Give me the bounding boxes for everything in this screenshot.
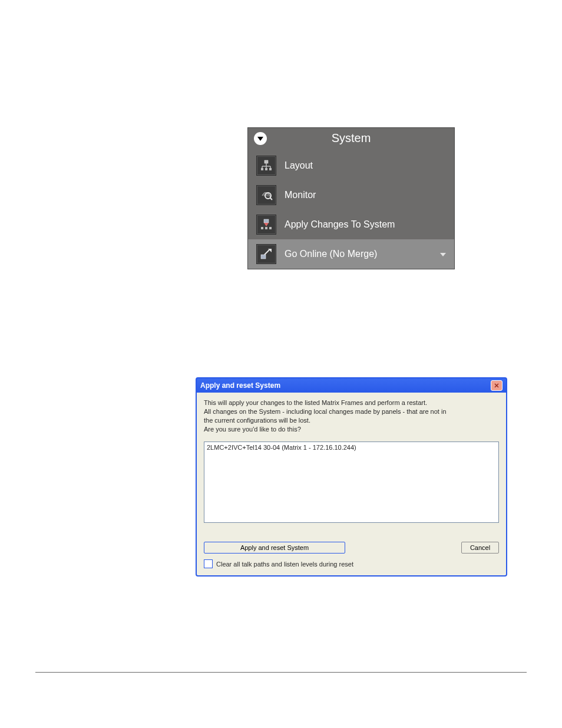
menu-item-label: Layout [285, 160, 313, 171]
dialog-message-line: Are you sure you'd like to do this? [204, 425, 499, 434]
menu-item-layout[interactable]: Layout [248, 151, 454, 180]
svg-rect-17 [261, 255, 266, 259]
apply-reset-dialog: Apply and reset System This will apply y… [196, 377, 507, 577]
list-item[interactable]: 2LMC+2IVC+Tel14 30-04 (Matrix 1 - 172.16… [207, 444, 496, 451]
svg-marker-13 [264, 223, 269, 226]
svg-rect-14 [261, 227, 263, 229]
svg-rect-12 [264, 219, 269, 223]
monitor-icon [256, 185, 276, 205]
dialog-button-row: Apply and reset System Cancel [204, 542, 499, 554]
checkbox-label: Clear all talk paths and listen levels d… [216, 561, 353, 568]
dialog-message-line: the current configurations will be lost. [204, 416, 499, 425]
apply-icon [256, 215, 276, 235]
svg-rect-9 [269, 168, 272, 170]
system-menu-header: System [248, 128, 454, 151]
close-button[interactable] [491, 380, 503, 391]
svg-line-11 [270, 197, 272, 200]
footer-divider [35, 672, 527, 673]
menu-item-label: Monitor [285, 190, 316, 200]
svg-rect-8 [265, 168, 267, 170]
go-online-icon [256, 244, 276, 264]
dialog-message-line: This will apply your changes to the list… [204, 398, 499, 407]
dialog-message-line: All changes on the System - including lo… [204, 407, 499, 416]
matrix-frames-listbox[interactable]: 2LMC+2IVC+Tel14 30-04 (Matrix 1 - 172.16… [204, 442, 499, 523]
menu-item-label: Apply Changes To System [285, 219, 395, 230]
dialog-message: This will apply your changes to the list… [204, 398, 499, 433]
clear-talk-paths-option[interactable]: Clear all talk paths and listen levels d… [204, 559, 499, 568]
svg-rect-15 [265, 227, 267, 229]
menu-item-monitor[interactable]: Monitor [248, 180, 454, 210]
cancel-button[interactable]: Cancel [461, 542, 499, 554]
system-menu-title: System [254, 131, 448, 145]
svg-rect-7 [261, 168, 263, 170]
layout-icon [256, 156, 276, 176]
menu-item-label: Go Online (No Merge) [285, 249, 377, 259]
menu-item-apply-changes[interactable]: Apply Changes To System [248, 210, 454, 239]
document-page: System Layout [0, 0, 562, 728]
chevron-down-icon[interactable] [440, 249, 446, 259]
dialog-body: This will apply your changes to the list… [197, 393, 506, 575]
svg-rect-16 [269, 227, 272, 229]
menu-item-go-online[interactable]: Go Online (No Merge) [248, 239, 454, 269]
checkbox-icon[interactable] [204, 559, 213, 568]
dialog-title: Apply and reset System [200, 381, 280, 390]
dialog-titlebar: Apply and reset System [197, 378, 506, 393]
svg-rect-1 [265, 160, 268, 163]
svg-marker-19 [440, 253, 446, 256]
system-menu-panel: System Layout [247, 127, 455, 269]
apply-reset-button[interactable]: Apply and reset System [204, 542, 345, 554]
